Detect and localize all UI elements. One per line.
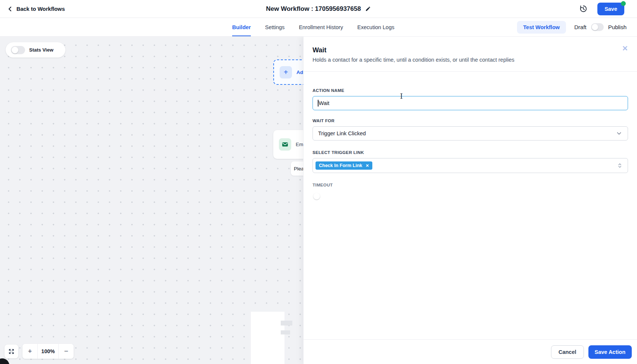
workflow-title: New Workflow : 1705956937658 xyxy=(266,5,361,13)
zoom-in-button[interactable]: + xyxy=(22,344,37,359)
panel-title: Wait xyxy=(313,46,628,54)
back-to-workflows-button[interactable]: Back to Workflows xyxy=(7,6,65,12)
tab-builder[interactable]: Builder xyxy=(232,18,251,36)
tab-execution-logs[interactable]: Execution Logs xyxy=(357,18,394,36)
stats-view-control: Stats View xyxy=(6,42,65,58)
action-name-input[interactable]: Wait xyxy=(313,96,628,110)
publish-label: Publish xyxy=(608,24,627,30)
save-button[interactable]: Save xyxy=(597,3,624,15)
email-icon xyxy=(279,138,291,151)
save-action-button[interactable]: Save Action xyxy=(588,345,632,359)
wait-action-panel: Wait Holds a contact for a specific time… xyxy=(303,37,637,364)
help-bubble[interactable] xyxy=(0,358,9,364)
plus-icon: + xyxy=(280,66,292,78)
trigger-link-multiselect[interactable]: Check In Form Link ✕ xyxy=(313,158,628,173)
panel-body: ACTION NAME Wait WAIT FOR Trigger Link C… xyxy=(304,72,637,339)
stats-view-toggle[interactable] xyxy=(11,46,25,54)
version-history-icon[interactable] xyxy=(579,4,588,13)
cancel-button[interactable]: Cancel xyxy=(551,345,584,359)
tab-settings[interactable]: Settings xyxy=(265,18,284,36)
timeout-label: TIMEOUT xyxy=(313,183,628,187)
partial-node-card xyxy=(251,312,284,364)
zoom-level: 100% xyxy=(37,344,59,359)
zoom-out-button[interactable]: − xyxy=(59,344,74,359)
main-area: Stats View + Add Ema Plea xyxy=(0,37,637,364)
chip-remove-icon[interactable]: ✕ xyxy=(366,163,369,168)
validation-message-text: Plea xyxy=(294,166,304,172)
tab-bar: Builder Settings Enrollment History Exec… xyxy=(0,18,637,37)
panel-footer: Cancel Save Action xyxy=(304,339,637,364)
panel-header: Wait Holds a contact for a specific time… xyxy=(304,37,637,72)
wait-for-label: WAIT FOR xyxy=(313,118,628,123)
action-name-value: Wait xyxy=(319,100,329,106)
skeleton-bar xyxy=(281,330,290,334)
workflow-builder-screen: Back to Workflows New Workflow : 1705956… xyxy=(0,0,637,364)
chevron-left-icon xyxy=(7,6,13,12)
action-name-label: ACTION NAME xyxy=(313,88,628,93)
wait-for-value: Trigger Link Clicked xyxy=(318,130,366,136)
publish-toggle[interactable] xyxy=(591,23,604,31)
close-icon: ✕ xyxy=(622,45,628,52)
top-bar: Back to Workflows New Workflow : 1705956… xyxy=(0,0,637,18)
updown-chevrons-icon xyxy=(616,162,623,169)
trigger-link-chip-label: Check In Form Link xyxy=(319,163,362,168)
skeleton-bar xyxy=(281,321,292,326)
stats-view-label: Stats View xyxy=(29,47,53,53)
save-button-label: Save xyxy=(604,6,617,12)
workflow-title-group: New Workflow : 1705956937658 xyxy=(0,5,637,13)
wait-for-select[interactable]: Trigger Link Clicked xyxy=(313,126,628,141)
chevron-down-icon xyxy=(616,130,622,137)
close-panel-button[interactable]: ✕ xyxy=(621,43,630,53)
workflow-state-controls: Test Workflow Draft Publish xyxy=(394,18,637,36)
edit-title-pencil-icon[interactable] xyxy=(365,6,371,12)
topbar-actions: Save xyxy=(579,3,624,15)
fit-to-screen-button[interactable] xyxy=(4,345,18,358)
draft-label: Draft xyxy=(574,24,587,30)
tab-enrollment-history[interactable]: Enrollment History xyxy=(299,18,343,36)
panel-description: Holds a contact for a specific time, unt… xyxy=(313,57,628,63)
text-caret xyxy=(318,100,318,107)
back-label: Back to Workflows xyxy=(16,6,65,12)
test-workflow-button[interactable]: Test Workflow xyxy=(517,21,566,34)
select-trigger-link-label: SELECT TRIGGER LINK xyxy=(313,150,628,155)
zoom-controls: + 100% − xyxy=(22,344,74,359)
trigger-link-chip: Check In Form Link ✕ xyxy=(316,161,372,170)
unsaved-changes-dot xyxy=(621,1,626,6)
draft-publish-group: Draft Publish xyxy=(574,23,627,31)
tabs: Builder Settings Enrollment History Exec… xyxy=(232,18,394,36)
